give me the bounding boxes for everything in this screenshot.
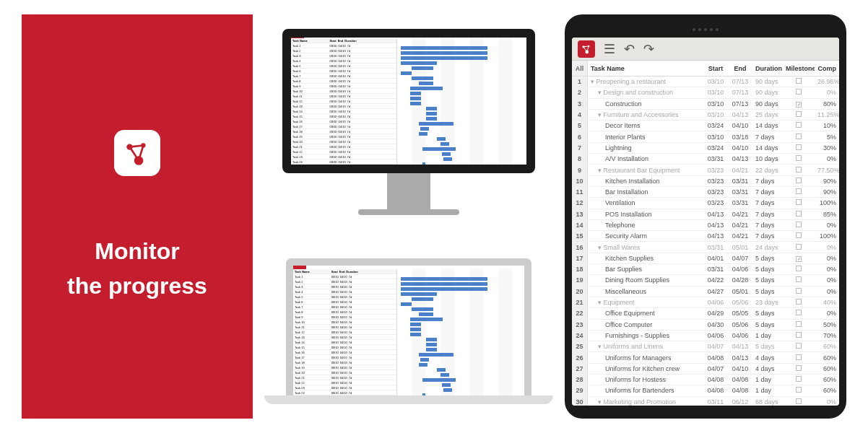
- table-row[interactable]: 28Uniforms for Hostess04/0804/081 day60%: [572, 375, 839, 385]
- table-row[interactable]: 1▾ Preopening a restaurant03/1007/1390 d…: [572, 76, 839, 87]
- table-row[interactable]: 9▾ Restaurant Bar Equipment03/2304/2122 …: [572, 165, 839, 175]
- table-row[interactable]: 14Telephone04/1304/217 days0%: [572, 220, 839, 231]
- table-row[interactable]: 27Uniforms for Kitchen crew04/0704/104 d…: [572, 364, 839, 375]
- laptop-preview: Task NameStartEndDurationTask 103/1004/1…: [264, 258, 553, 404]
- desktop-preview: Task NameStartEndDurationTask 103/1004/1…: [282, 29, 535, 215]
- table-row[interactable]: 18Bar Supplies03/3104/065 days0%: [572, 264, 839, 275]
- table-row[interactable]: 22Office Equipment04/2905/055 days0%: [572, 308, 839, 319]
- table-header: All Task Name Start End Duration Milesto…: [572, 61, 839, 76]
- table-row[interactable]: 30▾ Marketing and Promotion03/1106/1268 …: [572, 397, 839, 406]
- table-row[interactable]: 23Office Computer04/3005/065 days50%: [572, 320, 839, 331]
- table-row[interactable]: 4▾ Furniture and Accessories03/1004/1325…: [572, 110, 839, 121]
- table-row[interactable]: 8A/V Installation03/3104/1310 days0%: [572, 154, 839, 165]
- table-row[interactable]: 25▾ Uniforms and Linens04/0704/135 days6…: [572, 341, 839, 352]
- table-row[interactable]: 21▾ Equipment04/0605/0623 days40%: [572, 297, 839, 308]
- table-row[interactable]: 29Uniforms for Bartenders04/0804/081 day…: [572, 385, 839, 396]
- table-row[interactable]: 6Interior Plants03/1003/187 days5%: [572, 131, 839, 142]
- app-logo-small-icon: [578, 40, 595, 58]
- table-row[interactable]: 15Security Alarm04/1304/217 days100%: [572, 231, 839, 242]
- undo-icon[interactable]: ↶: [624, 41, 635, 57]
- tablet-toolbar: ☰ ↶ ↷: [572, 38, 839, 61]
- table-row[interactable]: 19Dining Room Supplies04/2204/285 days0%: [572, 275, 839, 286]
- table-row[interactable]: 3Construction03/1007/1390 days✓80%: [572, 99, 839, 110]
- table-row[interactable]: 16▾ Small Wares03/3105/0124 days0%: [572, 242, 839, 253]
- app-logo-icon: [114, 130, 160, 176]
- table-row[interactable]: 10Kitchen Installation03/2303/317 days90…: [572, 176, 839, 187]
- table-row[interactable]: 13POS Installation04/1304/217 days85%: [572, 209, 839, 220]
- menu-icon[interactable]: ☰: [604, 41, 615, 57]
- promo-panel: Monitor the progress: [22, 14, 253, 419]
- table-row[interactable]: 24Furnishings - Supplies04/0604/061 day7…: [572, 331, 839, 341]
- task-table: All Task Name Start End Duration Milesto…: [572, 61, 839, 406]
- table-row[interactable]: 26Uniforms for Managers04/0804/134 days6…: [572, 352, 839, 363]
- table-row[interactable]: 17Kitchen Supplies04/0104/075 days✓0%: [572, 253, 839, 264]
- table-row[interactable]: 20Miscellaneous04/2705/015 days0%: [572, 287, 839, 297]
- table-row[interactable]: 12Ventilation03/2303/317 days100%: [572, 198, 839, 209]
- promo-heading: Monitor the progress: [67, 234, 207, 303]
- table-row[interactable]: 2▾ Design and construction03/1007/1390 d…: [572, 87, 839, 98]
- table-row[interactable]: 11Bar Installation03/2303/317 days90%: [572, 187, 839, 198]
- tablet-preview: ☰ ↶ ↷ All Task Name Start End Duration M…: [565, 14, 846, 419]
- table-row[interactable]: 7Lightning03/2404/1014 days30%: [572, 143, 839, 154]
- table-row[interactable]: 5Decor Items03/2404/1014 days10%: [572, 121, 839, 131]
- redo-icon[interactable]: ↷: [643, 41, 654, 57]
